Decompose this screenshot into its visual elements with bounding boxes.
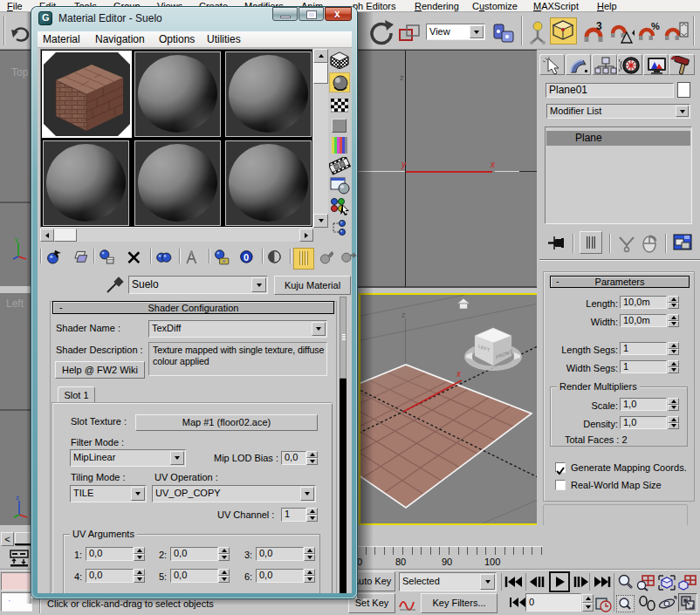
svg-text:z: z [16, 494, 19, 502]
svg-text:z: z [401, 311, 406, 319]
svg-text:0: 0 [244, 252, 249, 263]
svg-text:x: x [456, 369, 462, 379]
svg-text:%: % [651, 21, 660, 31]
svg-text:3: 3 [596, 20, 602, 32]
svg-text:y: y [15, 236, 18, 243]
